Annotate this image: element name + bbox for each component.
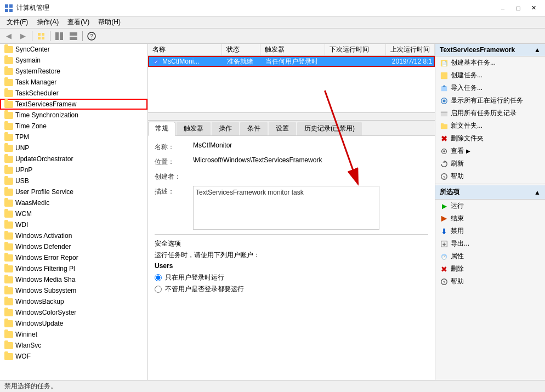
right-action-help-2[interactable]: ? 帮助 [435, 275, 545, 288]
security-user: Users [155, 262, 428, 270]
close-button[interactable]: ✕ [526, 3, 541, 14]
folder-icon [4, 254, 13, 262]
svg-point-30 [443, 150, 445, 152]
sidebar-item-timezone[interactable]: Time Zone [0, 121, 147, 132]
sidebar-item-taskscheduler[interactable]: TaskScheduler [0, 88, 147, 99]
svg-rect-8 [55, 32, 59, 40]
col-header-name[interactable]: 名称 [148, 44, 222, 55]
sidebar-item-upnp[interactable]: UPnP [0, 164, 147, 175]
sidebar-item-synccenter[interactable]: SyncCenter [0, 44, 147, 55]
forward-button[interactable]: ▶ [16, 30, 30, 42]
right-action-refresh[interactable]: 刷新 [435, 157, 545, 170]
right-action-import[interactable]: 导入任务... [435, 82, 545, 94]
right-action-view[interactable]: 查看 ▶ [435, 145, 545, 157]
svg-text:?: ? [90, 33, 93, 39]
right-action-end[interactable]: 结束 [435, 212, 545, 225]
sidebar-item-waasmedic[interactable]: WaasMedic [0, 197, 147, 208]
sidebar-item-wcm[interactable]: WCM [0, 208, 147, 219]
sidebar-item-wof[interactable]: WOF [0, 351, 147, 362]
right-panel: TextServicesFramework ▲ 📄 创建基本任务... 创建任务… [435, 44, 545, 380]
right-action-properties[interactable]: 🕐 属性 [435, 250, 545, 263]
right-section-title-1[interactable]: TextServicesFramework ▲ [435, 44, 545, 56]
back-button[interactable]: ◀ [2, 30, 15, 42]
show-hide-button[interactable] [53, 30, 66, 42]
security-title: 安全选项 [155, 239, 428, 248]
extra-button[interactable] [67, 30, 80, 42]
right-action-disable[interactable]: ⬇ 禁用 [435, 225, 545, 237]
sidebar-item-updateorch[interactable]: UpdateOrchestrator [0, 154, 147, 164]
task-list-area: 名称 状态 触发器 下次运行时间 上次运行时间 ✓ MsCtfMoni... [148, 44, 435, 121]
col-header-status[interactable]: 状态 [222, 44, 260, 55]
right-section-title-2[interactable]: 所选项 ▲ [435, 185, 545, 200]
sidebar-item-sysmain[interactable]: Sysmain [0, 55, 147, 66]
menu-help[interactable]: 帮助(H) [94, 16, 125, 28]
menu-action[interactable]: 操作(A) [32, 16, 63, 28]
sidebar-item-tpm[interactable]: TPM [0, 132, 147, 143]
sidebar-item-taskmanager[interactable]: Task Manager [0, 77, 147, 88]
radio-always-label: 不管用户是否登录都要运行 [165, 285, 244, 294]
right-action-create-basic[interactable]: 📄 创建基本任务... [435, 56, 545, 69]
sidebar-item-winfilter[interactable]: Windows Filtering Pl [0, 263, 147, 274]
svg-point-24 [442, 99, 445, 102]
svg-text:?: ? [443, 174, 446, 179]
right-action-delete-folder[interactable]: ✖ 删除文件夹 [435, 132, 545, 145]
help-label-2: 帮助 [451, 277, 464, 286]
up-button[interactable] [35, 30, 48, 42]
sidebar-item-wlansvc[interactable]: WlanSvc [0, 340, 147, 351]
radio-always[interactable] [155, 286, 162, 293]
sidebar-item-wininet[interactable]: Wininet [0, 329, 147, 340]
sidebar-item-wdi[interactable]: WDI [0, 219, 147, 230]
refresh-label: 刷新 [451, 159, 464, 168]
maximize-button[interactable]: □ [511, 3, 525, 14]
sidebar-item-winmedia[interactable]: Windows Media Sha [0, 274, 147, 285]
right-action-create-task[interactable]: 创建任务... [435, 69, 545, 82]
sidebar-item-wincolor[interactable]: WindowsColorSyster [0, 307, 147, 318]
menu-view[interactable]: 查看(V) [63, 16, 94, 28]
right-action-help-1[interactable]: ? 帮助 [435, 170, 545, 183]
tab-actions[interactable]: 操作 [212, 122, 239, 135]
tab-conditions[interactable]: 条件 [240, 122, 268, 135]
sidebar-item-winsubs[interactable]: Windows Subsystem [0, 285, 147, 296]
window-controls[interactable]: – □ ✕ [496, 3, 541, 14]
tab-history[interactable]: 历史记录(已禁用) [297, 122, 362, 135]
task-cell-last: 2019/7/12 8:1 [388, 57, 435, 66]
sidebar-item-winerror[interactable]: Windows Error Repor [0, 252, 147, 263]
minimize-button[interactable]: – [496, 3, 510, 14]
sidebar-item-usb[interactable]: USB [0, 175, 147, 186]
col-header-last[interactable]: 上次运行时间 [386, 44, 435, 55]
radio-login[interactable] [155, 274, 162, 281]
svg-rect-21 [441, 86, 447, 91]
col-header-trigger[interactable]: 触发器 [260, 44, 326, 55]
detail-desc-textarea[interactable] [193, 186, 379, 230]
right-action-run[interactable]: ▶ 运行 [435, 200, 545, 212]
task-row[interactable]: ✓ MsCtfMoni... 准备就绪 当任何用户登录时 2019/7/12 8… [148, 56, 435, 67]
horizontal-scrollbar[interactable] [148, 112, 435, 120]
tab-settings[interactable]: 设置 [269, 122, 296, 135]
menu-file[interactable]: 文件(F) [2, 16, 32, 28]
sidebar-item-windefender[interactable]: Windows Defender [0, 241, 147, 252]
sidebar-tree[interactable]: SyncCenter Sysmain SystemRestore Task Ma… [0, 44, 148, 380]
right-action-enable-history[interactable]: 启用所有任务历史记录 [435, 107, 545, 120]
sidebar-item-systemrestore[interactable]: SystemRestore [0, 66, 147, 77]
sidebar-item-winactivation[interactable]: Windows Activation [0, 230, 147, 241]
svg-rect-25 [441, 111, 447, 116]
tab-triggers[interactable]: 触发器 [177, 122, 211, 135]
right-section-2-label: 所选项 [440, 188, 459, 197]
sidebar-item-timesync[interactable]: Time Synchronization [0, 110, 147, 121]
task-list-body[interactable]: ✓ MsCtfMoni... 准备就绪 当任何用户登录时 2019/7/12 8… [148, 56, 435, 112]
help-button[interactable]: ? [85, 30, 98, 42]
sidebar-item-winupdate[interactable]: WindowsUpdate [0, 318, 147, 329]
security-run-label: 运行任务时，请使用下列用户账户： [155, 251, 428, 260]
sidebar-item-winbackup[interactable]: WindowsBackup [0, 296, 147, 307]
right-action-new-folder[interactable]: 新文件夹... [435, 120, 545, 132]
right-action-show-running[interactable]: 显示所有正在运行的任务 [435, 94, 545, 107]
sidebar-item-userprofile[interactable]: User Profile Service [0, 186, 147, 197]
right-action-export[interactable]: 导出... [435, 237, 545, 250]
col-header-next[interactable]: 下次运行时间 [325, 44, 386, 55]
sidebar-item-textservices[interactable]: TextServicesFramew [0, 99, 147, 110]
sidebar-item-unp[interactable]: UNP [0, 143, 147, 154]
folder-icon [4, 112, 13, 119]
right-action-delete[interactable]: ✖ 删除 [435, 263, 545, 275]
folder-icon [4, 123, 13, 130]
tab-general[interactable]: 常规 [148, 122, 175, 136]
